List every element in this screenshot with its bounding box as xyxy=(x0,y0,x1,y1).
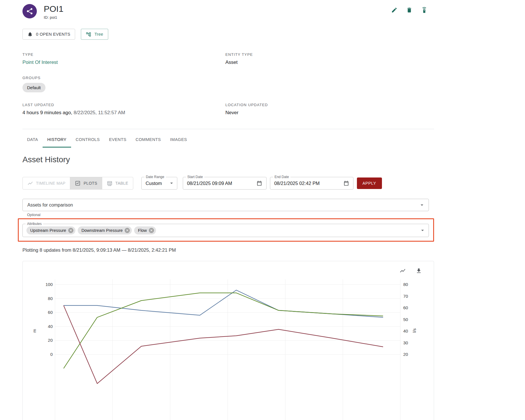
attribute-chip[interactable]: Flow ✕ xyxy=(134,226,156,234)
location-updated-field: LOCATION UPDATED Never xyxy=(225,103,434,116)
tab-controls[interactable]: CONTROLS xyxy=(71,129,104,148)
last-updated-relative: 4 hours 9 minutes ago, xyxy=(22,110,72,115)
svg-text:0: 0 xyxy=(50,352,53,357)
chevron-down-icon xyxy=(419,202,425,208)
chevron-down-icon[interactable] xyxy=(419,227,426,234)
open-events-button[interactable]: 0 OPEN EVENTS xyxy=(22,29,75,40)
edit-button[interactable] xyxy=(391,7,398,14)
svg-text:80: 80 xyxy=(403,282,408,287)
attributes-select[interactable]: Attributes Upstream Pressure ✕ Downstrea… xyxy=(22,224,429,237)
device-button[interactable] xyxy=(421,7,428,14)
attribute-chip-label: Upstream Pressure xyxy=(30,228,66,233)
calendar-icon[interactable] xyxy=(256,180,264,186)
start-date-value: 08/21/2025 09:09 AM xyxy=(187,181,232,186)
tree-button[interactable]: Tree xyxy=(81,29,108,40)
asset-header: POI1 ID: poi1 xyxy=(22,0,434,20)
type-value-link[interactable]: Point Of Interest xyxy=(22,60,225,65)
svg-text:60: 60 xyxy=(48,310,53,315)
trash-icon xyxy=(406,7,412,13)
svg-text:40: 40 xyxy=(403,329,408,333)
last-updated-value: 4 hours 9 minutes ago, 8/22/2025, 11:52:… xyxy=(22,110,225,116)
svg-text:80: 80 xyxy=(48,296,53,301)
table-toggle[interactable]: TABLE xyxy=(102,177,133,190)
trend-line-icon xyxy=(400,268,406,274)
header-actions xyxy=(391,4,428,14)
svg-text:20: 20 xyxy=(48,338,53,343)
apply-button[interactable]: APPLY xyxy=(357,177,382,189)
timeline-map-toggle[interactable]: TIMELINE MAP xyxy=(22,177,70,190)
svg-text:20: 20 xyxy=(403,352,408,357)
share-network-icon xyxy=(26,7,33,15)
bell-icon xyxy=(27,32,33,37)
attributes-field-wrap: Attributes Upstream Pressure ✕ Downstrea… xyxy=(22,224,429,237)
download-chart-button[interactable] xyxy=(415,268,422,274)
chip-remove-icon[interactable]: ✕ xyxy=(149,228,154,233)
type-field: TYPE Point Of Interest xyxy=(22,52,225,65)
chart-type-button[interactable] xyxy=(399,268,406,274)
tab-bar: DATA HISTORY CONTROLS EVENTS COMMENTS IM… xyxy=(22,129,434,148)
page-title: POI1 xyxy=(44,4,63,14)
plots-label: PLOTS xyxy=(83,181,97,186)
chart-actions xyxy=(399,268,422,274)
tab-history[interactable]: HISTORY xyxy=(43,129,71,148)
avatar xyxy=(22,4,37,18)
asset-detail-page: POI1 ID: poi1 xyxy=(0,0,525,420)
plots-toggle[interactable]: PLOTS xyxy=(70,177,102,190)
location-updated-value: Never xyxy=(225,110,434,116)
asset-id: ID: poi1 xyxy=(44,15,63,20)
attribute-chip[interactable]: Downstream Pressure ✕ xyxy=(78,226,132,234)
history-toolbar: TIMELINE MAP PLOTS TABLE xyxy=(22,177,434,190)
svg-text:30: 30 xyxy=(403,340,408,345)
table-label: TABLE xyxy=(115,181,128,186)
chip-remove-icon[interactable]: ✕ xyxy=(68,228,73,233)
chip-remove-icon[interactable]: ✕ xyxy=(125,228,130,233)
tab-events[interactable]: EVENTS xyxy=(104,129,131,148)
groups-label: GROUPS xyxy=(22,76,434,80)
end-date-input[interactable]: End Date 08/21/2025 02:42 PM xyxy=(270,177,353,190)
svg-text:50: 50 xyxy=(403,317,408,322)
plots-chart-icon xyxy=(75,180,81,186)
calendar-icon[interactable] xyxy=(343,180,351,186)
tree-label: Tree xyxy=(94,32,103,37)
last-updated-label: LAST UPDATED xyxy=(22,103,225,107)
plot-summary-text: Plotting 8 updates from 8/21/2025, 9:09:… xyxy=(22,247,434,253)
attributes-label: Attributes xyxy=(26,222,43,226)
svg-text:m: m xyxy=(32,329,37,333)
tab-comments[interactable]: COMMENTS xyxy=(131,129,166,148)
entity-type-field: ENTITY TYPE Asset xyxy=(225,52,434,65)
assets-helper-text: Optional xyxy=(27,213,434,217)
table-icon xyxy=(107,180,113,186)
end-date-value: 08/21/2025 02:42 PM xyxy=(274,181,320,186)
start-date-label: Start Date xyxy=(186,175,204,179)
timeline-map-label: TIMELINE MAP xyxy=(36,181,65,186)
history-line-chart: 02040608010020304050607080ml/s xyxy=(23,261,434,420)
svg-text:100: 100 xyxy=(45,282,53,287)
chevron-down-icon xyxy=(168,180,175,186)
download-icon xyxy=(416,268,422,274)
view-toggle-group: TIMELINE MAP PLOTS TABLE xyxy=(22,177,133,190)
attribute-chip[interactable]: Upstream Pressure ✕ xyxy=(26,226,75,234)
entity-type-value: Asset xyxy=(225,60,434,65)
assets-comparison-placeholder: Assets for comparison xyxy=(27,203,73,208)
attribute-chip-label: Downstream Pressure xyxy=(81,228,123,233)
svg-text:40: 40 xyxy=(48,324,53,329)
chart-card: 02040608010020304050607080ml/s xyxy=(22,261,434,420)
location-updated-label: LOCATION UPDATED xyxy=(225,103,434,107)
svg-text:70: 70 xyxy=(403,294,408,299)
delete-button[interactable] xyxy=(406,7,413,14)
date-range-value: Custom xyxy=(146,181,162,186)
last-updated-absolute: 8/22/2025, 11:52:57 AM xyxy=(74,110,125,115)
svg-text:l/s: l/s xyxy=(412,329,417,333)
tab-data[interactable]: DATA xyxy=(22,129,43,148)
date-range-label: Date Range xyxy=(144,175,166,179)
type-label: TYPE xyxy=(22,52,225,57)
tree-icon xyxy=(86,32,91,37)
date-range-select[interactable]: Date Range Custom xyxy=(141,177,177,190)
assets-comparison-select[interactable]: Assets for comparison xyxy=(22,199,429,211)
attribute-chip-label: Flow xyxy=(138,228,147,233)
tab-images[interactable]: IMAGES xyxy=(166,129,192,148)
group-chip[interactable]: Default xyxy=(22,83,45,92)
start-date-input[interactable]: Start Date 08/21/2025 09:09 AM xyxy=(183,177,267,190)
end-date-label: End Date xyxy=(273,175,290,179)
svg-text:60: 60 xyxy=(403,305,408,310)
